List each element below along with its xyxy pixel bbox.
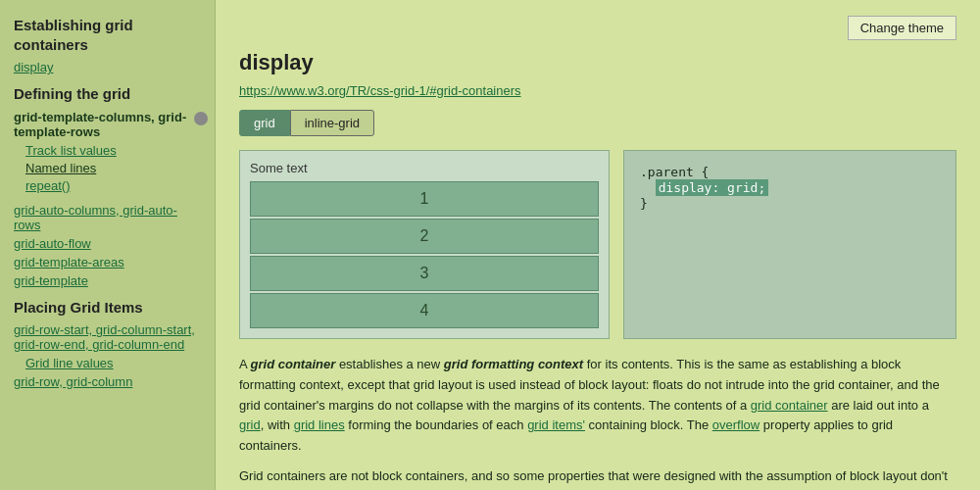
- code-panel: .parent { display: grid; }: [623, 150, 956, 339]
- sidebar-item-grid-template-prop[interactable]: grid-template: [14, 273, 201, 288]
- tab-bar: grid inline-grid: [239, 110, 956, 136]
- sidebar-item-track-list[interactable]: Track list values: [25, 143, 201, 158]
- desc-link-grid-lines[interactable]: grid lines: [294, 417, 345, 432]
- grid-cell-1: 1: [250, 181, 599, 217]
- sidebar-item-grid-line-values[interactable]: Grid line values: [25, 356, 201, 370]
- top-bar: Change theme: [239, 16, 956, 40]
- sidebar-item-grid-template[interactable]: grid-template-columns, grid-template-row…: [14, 110, 201, 139]
- grid-demo-label: Some text: [250, 161, 599, 175]
- sidebar-item-display[interactable]: display: [14, 60, 201, 74]
- description-para2: Grid containers are not block containers…: [239, 466, 956, 490]
- sidebar-section-defining: Defining the grid: [14, 84, 201, 104]
- code-highlight-span: display: grid;: [656, 179, 769, 196]
- desc-bold-grid-format: grid formatting context: [444, 357, 583, 371]
- desc-link-grid[interactable]: grid: [239, 417, 261, 432]
- sidebar-item-grid-row-col-short[interactable]: grid-row, grid-column: [14, 374, 201, 389]
- code-line3: }: [640, 196, 940, 211]
- sidebar-item-grid-row-col[interactable]: grid-row-start, grid-column-start, grid-…: [14, 322, 201, 352]
- main-content: Change theme display https://www.w3.org/…: [216, 0, 980, 490]
- change-theme-button[interactable]: Change theme: [848, 16, 956, 40]
- tab-inline-grid[interactable]: inline-grid: [290, 110, 374, 136]
- grid-cell-2: 2: [250, 219, 599, 254]
- desc-bold-grid-container: grid container: [251, 357, 336, 371]
- active-label: grid-template-columns, grid-template-row…: [14, 110, 201, 139]
- grid-visual: 1 2 3 4: [250, 181, 599, 328]
- code-line1: .parent {: [640, 165, 940, 179]
- sidebar-section-placing: Placing Grid Items: [14, 298, 201, 318]
- grid-cell-3: 3: [250, 256, 599, 291]
- active-indicator: [194, 112, 208, 125]
- desc-link-grid-items[interactable]: grid items': [527, 417, 585, 432]
- sidebar-item-grid-auto-flow[interactable]: grid-auto-flow: [14, 236, 201, 251]
- page-title: display: [239, 50, 956, 75]
- sidebar-item-named-lines[interactable]: Named lines: [25, 161, 201, 175]
- tab-grid[interactable]: grid: [239, 110, 290, 136]
- sidebar-item-repeat[interactable]: repeat(): [25, 178, 201, 193]
- grid-demo-panel: Some text 1 2 3 4: [239, 150, 610, 339]
- sidebar-item-grid-template-areas[interactable]: grid-template-areas: [14, 255, 201, 270]
- sidebar: Establishing grid containers display Def…: [0, 0, 216, 490]
- content-panels: Some text 1 2 3 4 .parent { display: gri…: [239, 150, 956, 339]
- description-para1: A grid container establishes a new grid …: [239, 355, 956, 457]
- sidebar-item-grid-auto-cols[interactable]: grid-auto-columns, grid-auto-rows: [14, 203, 201, 232]
- page-url-link[interactable]: https://www.w3.org/TR/css-grid-1/#grid-c…: [239, 83, 956, 98]
- code-highlight: display: grid;: [640, 179, 940, 196]
- desc-link-overflow[interactable]: overflow: [712, 417, 760, 432]
- grid-cell-4: 4: [250, 293, 599, 328]
- desc-link-grid-container[interactable]: grid container: [751, 398, 828, 413]
- sidebar-section-establishing: Establishing grid containers: [14, 16, 201, 54]
